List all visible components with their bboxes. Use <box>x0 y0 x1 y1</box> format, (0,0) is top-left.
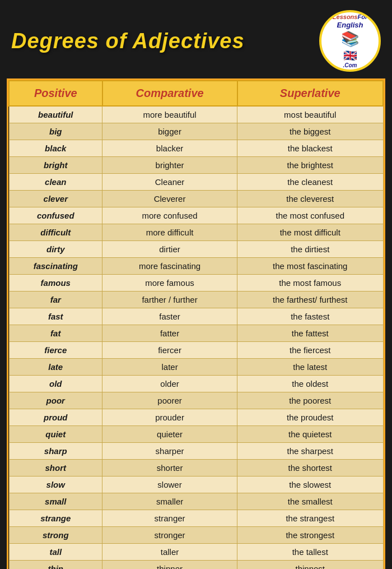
comparative-cell: thinner <box>102 561 237 570</box>
comparative-cell: brighter <box>102 157 237 174</box>
comparative-cell: blacker <box>102 140 237 157</box>
table-row: slowslowerthe slowest <box>9 477 383 493</box>
positive-cell: old <box>9 376 102 392</box>
comparative-cell: taller <box>102 544 237 561</box>
comparative-cell: prouder <box>102 409 237 426</box>
table-row: thinthinnerthinnest <box>9 561 383 570</box>
comparative-cell: fatter <box>102 325 237 342</box>
table-row: famousmore famousthe most famous <box>9 275 383 292</box>
comparative-cell: shorter <box>102 460 237 477</box>
positive-cell: short <box>9 460 102 477</box>
comparative-cell: fiercer <box>102 342 237 359</box>
logo-text: LessonsFor English <box>333 13 367 30</box>
positive-cell: late <box>9 359 102 376</box>
comparative-cell: Cleaner <box>102 174 237 191</box>
superlative-cell: most beautiful <box>237 106 383 123</box>
positive-cell: tall <box>9 544 102 561</box>
table-row: brightbrighterthe brightest <box>9 157 383 174</box>
table-row: fastfasterthe fastest <box>9 308 383 325</box>
comparative-cell: smaller <box>102 493 237 510</box>
table-row: cleverClevererthe cleverest <box>9 191 383 207</box>
positive-cell: sharp <box>9 443 102 460</box>
superlative-cell: the latest <box>237 359 383 376</box>
table-row: smallsmallerthe smallest <box>9 493 383 510</box>
comparative-cell: more fascinating <box>102 258 237 275</box>
superlative-cell: the cleverest <box>237 191 383 207</box>
table-row: cleanCleanerthe cleanest <box>9 174 383 191</box>
superlative-cell: the biggest <box>237 123 383 140</box>
superlative-cell: the dirtiest <box>237 241 383 258</box>
superlative-cell: the quietest <box>237 426 383 443</box>
superlative-cell: the strongest <box>237 527 383 544</box>
superlative-cell: the oldest <box>237 376 383 392</box>
superlative-cell: the brightest <box>237 157 383 174</box>
table-row: talltallerthe tallest <box>9 544 383 561</box>
superlative-cell: the farthest/ furthest <box>237 292 383 308</box>
positive-cell: strange <box>9 510 102 527</box>
comparative-cell: more beautiful <box>102 106 237 123</box>
table-row: shortshorterthe shortest <box>9 460 383 477</box>
positive-cell: difficult <box>9 224 102 241</box>
table-header-row: Positive Comparative Superlative <box>9 81 383 106</box>
superlative-cell: the most fascinating <box>237 258 383 275</box>
superlative-cell: the smallest <box>237 493 383 510</box>
comparative-cell: bigger <box>102 123 237 140</box>
positive-cell: fat <box>9 325 102 342</box>
positive-cell: clean <box>9 174 102 191</box>
header: Degrees of Adjectives LessonsFor English… <box>0 0 392 78</box>
table-row: blackblackerthe blackest <box>9 140 383 157</box>
comparative-cell: later <box>102 359 237 376</box>
positive-cell: slow <box>9 477 102 493</box>
table-row: strongstrongerthe strongest <box>9 527 383 544</box>
comparative-cell: dirtier <box>102 241 237 258</box>
superlative-cell: the fastest <box>237 308 383 325</box>
positive-cell: fascinating <box>9 258 102 275</box>
comparative-cell: quieter <box>102 426 237 443</box>
superlative-cell: the fiercest <box>237 342 383 359</box>
table-row: difficultmore difficultthe most difficul… <box>9 224 383 241</box>
table-row: fiercefiercerthe fiercest <box>9 342 383 359</box>
comparative-cell: sharper <box>102 443 237 460</box>
logo-flag-icon: 🇬🇧 <box>343 49 357 62</box>
comparative-cell: more famous <box>102 275 237 292</box>
col-superlative: Superlative <box>237 81 383 106</box>
superlative-cell: the cleanest <box>237 174 383 191</box>
superlative-cell: the strangest <box>237 510 383 527</box>
comparative-cell: stranger <box>102 510 237 527</box>
table-row: confusedmore confusedthe most confused <box>9 207 383 224</box>
table-row: fascinatingmore fascinatingthe most fasc… <box>9 258 383 275</box>
positive-cell: big <box>9 123 102 140</box>
col-positive: Positive <box>9 81 102 106</box>
table-row: fatfatterthe fattest <box>9 325 383 342</box>
adjectives-table-container: Positive Comparative Superlative beautif… <box>7 78 385 569</box>
comparative-cell: more difficult <box>102 224 237 241</box>
table-row: oldolderthe oldest <box>9 376 383 392</box>
superlative-cell: the proudest <box>237 409 383 426</box>
positive-cell: black <box>9 140 102 157</box>
logo-bottom-text: .Com <box>343 62 357 68</box>
positive-cell: clever <box>9 191 102 207</box>
table-row: dirtydirtierthe dirtiest <box>9 241 383 258</box>
comparative-cell: slower <box>102 477 237 493</box>
superlative-cell: the poorest <box>237 392 383 409</box>
superlative-cell: the sharpest <box>237 443 383 460</box>
comparative-cell: stronger <box>102 527 237 544</box>
positive-cell: fierce <box>9 342 102 359</box>
comparative-cell: more confused <box>102 207 237 224</box>
table-row: poorpoorerthe poorest <box>9 392 383 409</box>
table-row: bigbiggerthe biggest <box>9 123 383 140</box>
positive-cell: poor <box>9 392 102 409</box>
table-row: latelaterthe latest <box>9 359 383 376</box>
positive-cell: beautiful <box>9 106 102 123</box>
positive-cell: far <box>9 292 102 308</box>
superlative-cell: the blackest <box>237 140 383 157</box>
logo-books-icon: 📚 <box>341 30 359 48</box>
table-row: beautifulmore beautifulmost beautiful <box>9 106 383 123</box>
positive-cell: small <box>9 493 102 510</box>
positive-cell: proud <box>9 409 102 426</box>
superlative-cell: the shortest <box>237 460 383 477</box>
comparative-cell: poorer <box>102 392 237 409</box>
positive-cell: quiet <box>9 426 102 443</box>
col-comparative: Comparative <box>102 81 237 106</box>
table-row: farfarther / furtherthe farthest/ furthe… <box>9 292 383 308</box>
